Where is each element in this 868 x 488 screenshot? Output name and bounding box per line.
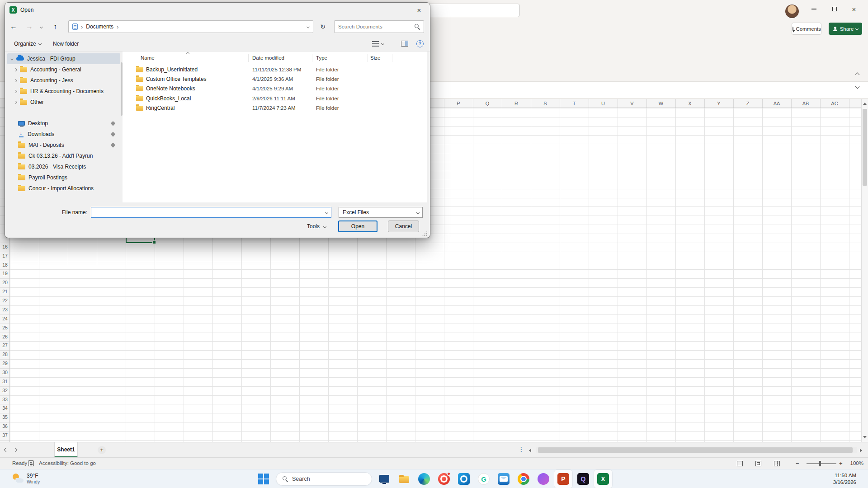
- row-header-26[interactable]: 26: [0, 333, 10, 342]
- accessibility-status[interactable]: Accessibility: Good to go: [39, 460, 96, 466]
- column-header-T[interactable]: T: [560, 99, 589, 108]
- preview-pane-button[interactable]: [401, 36, 408, 51]
- forward-button[interactable]: →: [24, 17, 34, 36]
- taskbar-app-excel-icon[interactable]: X: [594, 470, 612, 488]
- row-header-24[interactable]: 24: [0, 314, 10, 324]
- new-sheet-button[interactable]: +: [98, 446, 106, 454]
- row-header-31[interactable]: 31: [0, 377, 10, 386]
- row-header-33[interactable]: 33: [0, 395, 10, 404]
- cancel-button[interactable]: Cancel: [388, 221, 419, 232]
- tools-button[interactable]: Tools: [303, 221, 330, 232]
- row-header-32[interactable]: 32: [0, 386, 10, 395]
- address-dropdown-icon[interactable]: [307, 25, 310, 28]
- row-header-16[interactable]: 16: [0, 243, 10, 252]
- refresh-button[interactable]: ↻: [317, 20, 329, 33]
- row-header-23[interactable]: 23: [0, 305, 10, 314]
- file-name-dropdown-button[interactable]: [322, 207, 331, 217]
- view-normal-icon[interactable]: [737, 461, 743, 466]
- sheet-nav-right-icon[interactable]: [13, 448, 18, 452]
- view-mode-button[interactable]: [372, 36, 384, 51]
- column-header-type[interactable]: Type: [316, 55, 327, 61]
- row-header-34[interactable]: 34: [0, 404, 10, 413]
- scroll-up-icon[interactable]: [863, 103, 867, 105]
- taskbar-app-qapp-icon[interactable]: Q: [574, 470, 592, 488]
- taskbar-app-outlook-icon[interactable]: [455, 470, 473, 488]
- window-close-button[interactable]: ×: [845, 0, 863, 18]
- dialog-close-button[interactable]: ×: [411, 4, 427, 16]
- sidebar-item[interactable]: Accounting - General: [7, 64, 120, 75]
- collapse-ribbon-icon[interactable]: [855, 73, 860, 77]
- accessibility-icon[interactable]: [28, 460, 34, 466]
- horizontal-scrollbar[interactable]: [536, 447, 857, 453]
- file-row[interactable]: Custom Office Templates4/1/2025 9:36 AMF…: [123, 75, 427, 84]
- row-header-28[interactable]: 28: [0, 350, 10, 359]
- horizontal-scrollbar-thumb[interactable]: [538, 447, 853, 453]
- dialog-resize-grip[interactable]: [422, 230, 428, 236]
- sidebar-item[interactable]: Other: [7, 97, 120, 108]
- zoom-slider[interactable]: [807, 463, 836, 464]
- window-maximize-button[interactable]: [826, 0, 844, 18]
- row-header-37[interactable]: 37: [0, 431, 10, 440]
- sidebar-item[interactable]: Concur - Import Allocations: [7, 183, 120, 194]
- sheet-menu-kebab-icon[interactable]: ⋮: [518, 446, 524, 453]
- new-folder-button[interactable]: New folder: [53, 36, 79, 51]
- taskbar-app-powerpoint-icon[interactable]: P: [554, 470, 572, 488]
- sidebar-item[interactable]: Ck 03.13.26 - Add'l Payrun: [7, 150, 120, 161]
- weather-widget[interactable]: 39°F Windy: [12, 473, 40, 484]
- start-button[interactable]: [255, 470, 273, 488]
- expand-chevron-icon[interactable]: [14, 79, 17, 82]
- up-button[interactable]: ↑: [50, 17, 60, 36]
- taskbar-app-photos-icon[interactable]: [534, 470, 552, 488]
- column-header-size[interactable]: Size: [370, 55, 380, 61]
- column-header-P[interactable]: P: [444, 99, 473, 108]
- expand-chevron-icon[interactable]: [14, 68, 17, 71]
- expand-chevron-icon[interactable]: [14, 100, 17, 103]
- file-type-dropdown-button[interactable]: [413, 207, 422, 217]
- vertical-scrollbar[interactable]: [861, 99, 868, 442]
- column-header-date-modified[interactable]: Date modified: [252, 55, 284, 61]
- sidebar-item[interactable]: MAI - Deposits: [7, 140, 120, 150]
- collapse-chevron-icon[interactable]: [10, 57, 14, 60]
- column-header-R[interactable]: R: [502, 99, 531, 108]
- sidebar-item[interactable]: 03.2026 - Visa Receipts: [7, 161, 120, 172]
- row-header-19[interactable]: 19: [0, 269, 10, 278]
- sidebar-item-onedrive-root[interactable]: Jessica - FDI Group: [7, 53, 120, 64]
- taskbar-search[interactable]: Search: [276, 472, 372, 486]
- file-row[interactable]: Backup_UserInitiated11/11/2025 12:38 PMF…: [123, 65, 427, 75]
- column-header-S[interactable]: S: [531, 99, 560, 108]
- column-header-AA[interactable]: AA: [762, 99, 791, 108]
- row-header-20[interactable]: 20: [0, 278, 10, 287]
- sidebar-item[interactable]: Desktop: [7, 118, 120, 129]
- vertical-scrollbar-thumb[interactable]: [863, 109, 867, 186]
- zoom-out-button[interactable]: −: [796, 460, 799, 467]
- column-header-V[interactable]: V: [618, 99, 646, 108]
- recent-locations-icon[interactable]: [40, 25, 43, 28]
- taskbar-app-mail-icon[interactable]: [495, 470, 513, 488]
- column-header-AC[interactable]: AC: [820, 99, 849, 108]
- row-header-35[interactable]: 35: [0, 413, 10, 422]
- row-header-22[interactable]: 22: [0, 296, 10, 305]
- sidebar-item[interactable]: HR & Accounting - Documents: [7, 86, 120, 97]
- file-type-combobox[interactable]: Excel Files: [339, 207, 423, 218]
- hscroll-left-icon[interactable]: [529, 449, 531, 452]
- sidebar-item[interactable]: Payroll Postings: [7, 172, 120, 183]
- row-header-18[interactable]: 18: [0, 261, 10, 270]
- taskbar-app-grammarly-icon[interactable]: G: [475, 470, 493, 488]
- expand-chevron-icon[interactable]: [14, 89, 17, 93]
- open-button[interactable]: Open: [338, 221, 377, 232]
- view-page-break-icon[interactable]: [774, 461, 780, 466]
- row-header-21[interactable]: 21: [0, 287, 10, 296]
- taskbar-app-task-view-icon[interactable]: [375, 470, 393, 488]
- column-header-name[interactable]: Name: [141, 55, 155, 61]
- zoom-slider-handle[interactable]: [819, 461, 821, 466]
- sheet-nav-left-icon[interactable]: [4, 448, 9, 452]
- view-page-layout-icon[interactable]: [755, 461, 761, 466]
- zoom-in-button[interactable]: +: [839, 460, 843, 467]
- taskbar-clock[interactable]: 11:50 AM 3/16/2026: [833, 472, 856, 486]
- help-button[interactable]: ?: [416, 36, 424, 51]
- dialog-search-box[interactable]: [334, 20, 424, 33]
- column-header-W[interactable]: W: [646, 99, 675, 108]
- user-avatar[interactable]: [785, 5, 799, 18]
- column-header-X[interactable]: X: [675, 99, 704, 108]
- taskbar-app-edge-icon[interactable]: [415, 470, 433, 488]
